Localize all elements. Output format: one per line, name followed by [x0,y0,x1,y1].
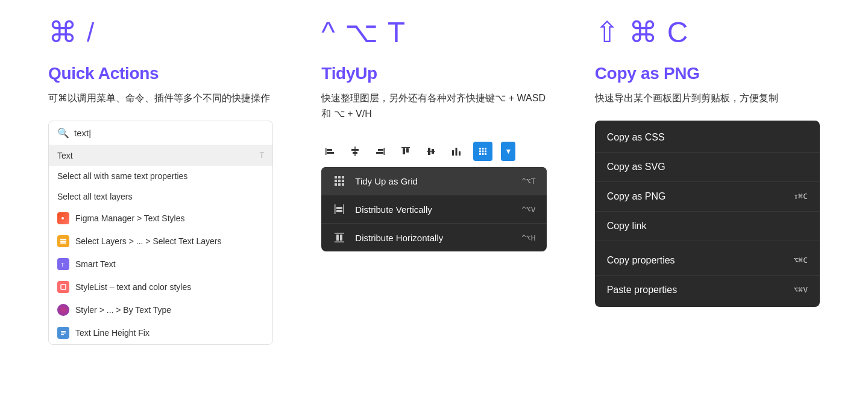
qa-search-bar[interactable]: 🔍 text| [49,121,272,145]
copy-as-svg[interactable]: Copy as SVG [595,153,820,182]
search-icon: 🔍 [57,127,69,139]
align-right-icon[interactable] [372,143,389,160]
copy-section-2: Copy properties ⌥⌘C Paste properties ⌥⌘V [595,244,820,307]
svg-rect-50 [336,235,339,241]
distribute-v-icon [332,204,347,215]
fix-icon [57,327,69,339]
tidyup-title: TidyUp [321,64,546,83]
shift-icon: ⇧ [595,18,619,47]
align-left-icon[interactable] [321,143,338,160]
grid-menu-icon [332,175,347,186]
qa-item-label: Text Line Height Fix [75,328,264,338]
qa-item-same-text[interactable]: Select all with same text properties [49,166,272,186]
svg-rect-7 [61,334,64,335]
qa-item-label: Figma Manager > Text Styles [75,213,264,223]
tidyup-toolbar: ▼ [321,136,546,167]
svg-text:T: T [61,262,64,268]
svg-rect-40 [342,180,344,182]
copy-props-label: Copy properties [607,255,794,266]
stylelist-icon [57,281,69,293]
svg-rect-13 [353,152,357,154]
figma-icon [57,212,69,224]
tidyup-grid-button[interactable] [473,142,492,161]
svg-rect-15 [378,149,383,151]
svg-rect-12 [351,149,359,151]
qa-item-label: Select all text layers [57,192,264,201]
svg-rect-36 [338,176,341,178]
slash-icon: / [87,19,94,46]
qa-item-text[interactable]: Text T [49,145,272,166]
copy-as-png[interactable]: Copy as PNG ⇧⌘C [595,182,820,212]
svg-rect-47 [336,210,342,212]
quick-actions-title: Quick Actions [48,64,273,83]
svg-rect-44 [335,204,336,214]
qa-search-input[interactable]: text| [74,128,264,138]
distribute-v-label: Distribute Vertically [355,204,513,215]
cmd-icon: ⌘ [48,18,77,47]
svg-rect-31 [485,151,486,153]
svg-rect-23 [452,150,454,156]
qa-item-smart-text[interactable]: T Smart Text [49,253,272,276]
qa-item-label: Text [57,151,253,160]
copy-as-css[interactable]: Copy as CSS [595,123,820,153]
svg-rect-9 [327,149,332,151]
paste-properties[interactable]: Paste properties ⌥⌘V [595,276,820,304]
qa-item-shortcut: T [259,151,264,160]
qa-item-stylelist[interactable]: StyleList – text and color styles [49,276,272,298]
copy-png-shortcut: ⇧⌘C [794,192,808,201]
copy-css-label: Copy as CSS [607,132,808,143]
svg-rect-16 [376,152,383,154]
qa-item-select-layers[interactable]: Select Layers > ... > Select Text Layers [49,230,272,253]
svg-rect-6 [61,332,66,333]
svg-rect-30 [482,151,484,153]
copy-properties[interactable]: Copy properties ⌥⌘C [595,246,820,276]
svg-rect-46 [336,207,342,209]
svg-rect-32 [479,153,481,155]
svg-rect-4 [61,285,66,289]
svg-rect-25 [459,151,461,156]
svg-rect-22 [432,149,434,154]
copy-png-title: Copy as PNG [595,64,820,83]
tidyup-menu-distribute-v[interactable]: Distribute Vertically ^⌥V [321,195,546,224]
copy-svg-label: Copy as SVG [607,162,808,172]
c-icon: C [667,18,688,47]
svg-rect-17 [401,147,410,148]
svg-rect-35 [335,176,337,178]
column-quick-actions: ⌘ / Quick Actions 可⌘以调用菜单、命令、插件等多个不同的快捷操… [24,18,297,345]
svg-rect-10 [327,152,334,154]
qa-item-label: Select Layers > ... > Select Text Layers [75,236,264,246]
align-center-v-icon[interactable] [347,143,363,160]
svg-rect-26 [479,148,481,150]
svg-rect-49 [335,242,344,243]
qa-item-figma-manager[interactable]: Figma Manager > Text Styles [49,207,272,230]
dropdown-arrow-icon[interactable]: ▼ [501,142,515,161]
copy-link[interactable]: Copy link [595,212,820,241]
svg-rect-2 [60,242,66,244]
svg-rect-48 [335,233,344,234]
column-copy-png: ⇧ ⌘ C Copy as PNG 快速导出某个画板图片到剪贴板，方便复制 Co… [571,18,844,345]
align-top-icon[interactable] [397,143,414,160]
svg-rect-27 [482,148,484,150]
svg-rect-8 [326,148,327,155]
styler-icon [57,304,69,316]
svg-rect-33 [482,153,484,155]
tidyup-menu-distribute-h[interactable]: Distribute Horizontally ^⌥H [321,224,546,251]
tidyup-dropdown-menu: Tidy Up as Grid ^⌥T Distribute Verticall… [321,167,546,251]
align-center-h-icon[interactable] [423,143,439,160]
distribute-h-label: Distribute Horizontally [355,233,513,243]
distribute-h-shortcut: ^⌥H [521,233,535,242]
qa-item-label: Select all with same text properties [57,171,264,181]
qa-item-styler[interactable]: Styler > ... > By Text Type [49,298,272,321]
copy-png-icons: ⇧ ⌘ C [595,18,820,47]
distribute-icon[interactable] [448,143,465,160]
column-tidyup: ^ ⌥ T TidyUp 快速整理图层，另外还有各种对齐快捷键⌥ + WASD … [297,18,570,345]
distribute-v-shortcut: ^⌥V [521,205,535,214]
main-columns: ⌘ / Quick Actions 可⌘以调用菜单、命令、插件等多个不同的快捷操… [24,18,844,345]
tidyup-menu-grid[interactable]: Tidy Up as Grid ^⌥T [321,167,546,195]
copy-link-label: Copy link [607,221,808,232]
quick-actions-desc: 可⌘以调用菜单、命令、插件等多个不同的快捷操作 [48,90,273,106]
svg-rect-37 [342,176,344,178]
qa-item-all-text[interactable]: Select all text layers [49,186,272,207]
smart-text-icon: T [57,258,69,270]
qa-item-text-fix[interactable]: Text Line Height Fix [49,321,272,344]
